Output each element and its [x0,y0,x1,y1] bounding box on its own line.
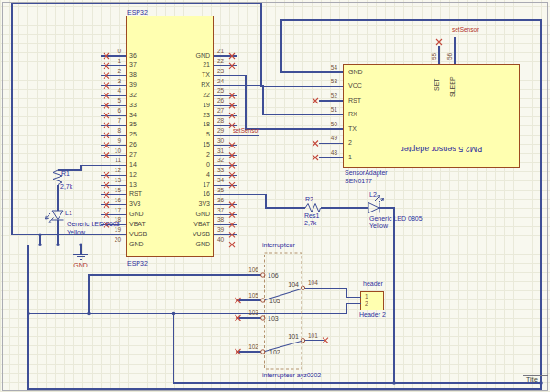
esp32-left-pin-name: 26 [129,141,137,148]
esp32-left-pin-name: 12 [129,171,137,179]
esp32-right-pin-number: 22 [217,58,224,64]
switch-label: interrupteur [262,242,295,249]
switch-right-pin-name: 101 [280,333,299,341]
esp32-left-pin-number: 9 [84,137,121,144]
header-pin2-number: 2 [365,300,368,307]
esp32-right-pin-number: 26 [217,97,224,103]
l1-color: Yellow [67,229,85,236]
esp32-right-pin-name: RX [163,82,210,89]
esp32-right-pin-name: 22 [163,92,210,99]
sensor-pin-number: 49 [302,135,337,141]
esp32-right-pin-number: 40 [217,236,224,243]
esp32-left-pin-name: 32 [129,92,137,99]
sensor-pin-number: 53 [302,78,337,84]
esp32-right-pin-name: 19 [163,102,210,109]
esp32-right-pin-number: 33 [217,167,224,173]
esp32-right-pin-name: 21 [163,61,210,69]
esp32-left-pin-number: 7 [84,117,121,124]
l1-refdes: L1 [65,210,72,217]
switch-right-pin-number: 104 [308,279,318,286]
esp32-right-pin-number: 31 [217,147,224,154]
esp32-left-pin-number: 13 [84,177,121,183]
esp32-right-pin-name: TX [163,71,210,79]
esp32-right-pin-number: 37 [217,207,224,213]
esp32-left-pin-name: VBAT [129,221,146,228]
esp32-right-pin-number: 21 [217,48,224,54]
sensor-pin-name: RST [348,97,361,104]
esp32-right-pin-number: 24 [217,78,224,84]
header-label: header [363,280,383,288]
esp32-right-pin-number: 29 [217,127,224,134]
esp32-right-pin-name: GND [163,241,210,248]
r1-refdes: R1 [61,170,70,178]
esp32-left-pin-number: 19 [84,226,121,233]
esp32-left-pin-name: 37 [129,61,137,69]
esp32-left-pin-name: VUSB [129,231,147,238]
esp32-left-pin-number: 10 [84,147,121,154]
esp32-right-pin-name: 3V3 [163,201,210,208]
sensor-pin-number: 54 [302,64,337,71]
esp32-right-pin-number: 32 [217,157,224,163]
esp32-right-pin-name: 5 [163,131,210,138]
sensor-pin-number: 52 [302,93,337,99]
r2-value: 2,7k [304,220,316,227]
esp32-left-pin-name: GND [129,211,144,218]
net-label-setsensor-sleep[interactable]: setSensor [452,27,478,33]
esp32-right-pin-name: 18 [163,121,210,128]
sensor-pin-name: 1 [348,154,352,161]
esp32-left-pin-number: 4 [84,87,121,93]
header-pin1-number: 1 [365,293,368,299]
r2-libref: Res1 [304,212,319,220]
sensor-pin55-number: 55 [431,47,437,60]
esp32-left-pin-name: 33 [129,102,137,109]
esp32-left-pin-number: 1 [84,58,121,64]
esp32-right-pin-number: 39 [217,226,224,233]
sensor-pin-name: GND [348,69,363,76]
esp32-left-pin-number: 20 [84,236,121,243]
esp32-right-pin-name: 2 [163,151,210,158]
esp32-left-pin-number: 12 [84,167,121,173]
sensor-refdes: SensorAdapter [345,169,388,177]
esp32-left-pin-number: 18 [84,216,121,223]
switch-sublabel: interrupteur ayz0202 [262,372,321,379]
gnd-label: GND [70,262,92,269]
esp32-left-pin-number: 6 [84,107,121,114]
l2-color: Yellow [369,223,388,230]
esp32-right-pin-number: 36 [217,197,224,203]
switch-left-pin-number: 106 [231,267,258,273]
title-block-title: Title [526,376,538,384]
sensor-pin-name: VCC [348,82,362,90]
sensor-set-pin-name: SET [434,67,441,91]
esp32-right-pin-number: 35 [217,187,224,193]
esp32-right-pin-name: VBAT [163,221,210,228]
esp32-right-pin-name: 17 [163,181,210,189]
switch-left-pin-name: 103 [268,315,279,322]
switch-right-pin-number: 101 [308,332,318,339]
sensor-pin-name: 2 [348,139,352,147]
esp32-left-pin-name: 13 [129,181,137,189]
esp32-left-pin-name: 38 [129,71,137,79]
esp32-left-pin-number: 8 [84,127,121,134]
switch-left-pin-number: 103 [231,310,258,316]
r1-value: 2,7k [60,183,72,191]
sensor-part-number: SEN0177 [345,178,372,185]
l2-refdes: L2 [369,191,377,199]
switch-left-pin-name: 102 [270,349,280,356]
net-label-setsensor-esp32[interactable]: setSensor [233,127,259,134]
sensor-pin56-number: 56 [446,47,453,60]
l2-description: Generic LED 0805 [369,215,423,223]
esp32-left-pin-number: 11 [84,157,121,163]
esp32-left-pin-number: 16 [84,197,121,203]
esp32-right-pin-number: 28 [217,117,224,124]
esp32-left-pin-name: 25 [129,131,137,138]
esp32-right-pin-number: 34 [217,177,224,183]
switch-left-pin-number: 102 [231,343,258,350]
esp32-left-pin-number: 15 [84,187,121,193]
switch-left-pin-name: 106 [268,272,279,279]
esp32-right-pin-name: GND [163,211,210,218]
r2-refdes: R2 [305,196,314,203]
esp32-right-pin-name: 23 [163,112,210,119]
sensor-pin-name: TX [348,125,357,133]
esp32-left-pin-number: 17 [84,207,121,213]
esp32-left-pin-name: 14 [129,161,137,169]
